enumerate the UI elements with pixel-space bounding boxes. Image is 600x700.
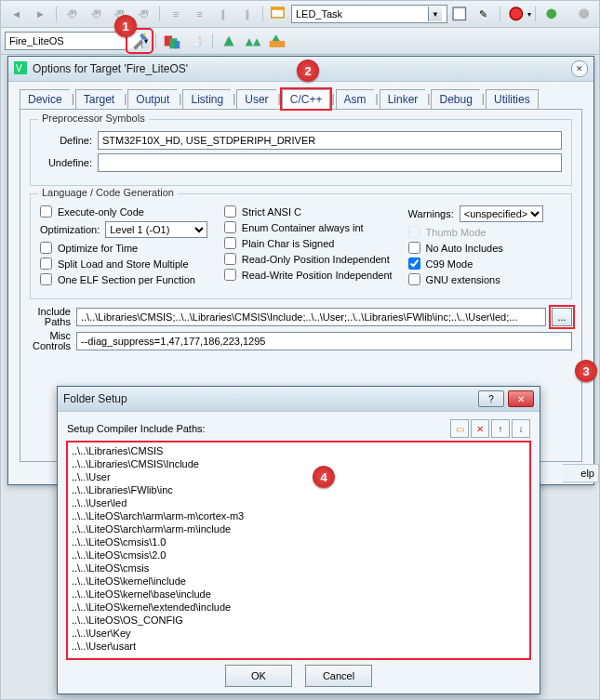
debug-step-icon[interactable] <box>448 4 471 24</box>
bookmark-clear-icon[interactable]: 🖑 <box>133 4 155 24</box>
help-button-fragment[interactable]: elp <box>563 464 599 482</box>
tab-output[interactable]: Output <box>127 89 178 109</box>
optimize-time-checkbox[interactable] <box>40 242 52 254</box>
include-paths-list[interactable]: ..\..\Libraries\CMSIS..\..\Libraries\CMS… <box>67 442 530 659</box>
file-manager-icon[interactable] <box>161 31 183 51</box>
folder-title: Folder Setup <box>63 392 473 405</box>
gnu-ext-label: GNU extensions <box>426 274 500 285</box>
tab-listing[interactable]: Listing <box>182 89 232 109</box>
bookmark-icon[interactable]: 🖑 <box>61 4 84 24</box>
indent-right-icon[interactable]: ≡ <box>189 4 211 24</box>
comment-icon[interactable]: ∥ <box>212 4 234 24</box>
bookmark-prev-icon[interactable]: 🖑 <box>86 4 108 24</box>
optimize-time-label: Optimize for Time <box>58 243 138 254</box>
svg-rect-1 <box>272 7 284 10</box>
indent-left-icon[interactable]: ≡ <box>165 4 187 24</box>
move-down-icon[interactable]: ↓ <box>512 419 530 438</box>
svg-rect-2 <box>453 7 465 20</box>
gray-dot-icon[interactable] <box>573 4 595 24</box>
path-item[interactable]: ..\..\LiteOS\kernel\base\include <box>72 588 526 601</box>
strict-ansi-checkbox[interactable] <box>224 205 236 218</box>
back-icon[interactable]: ◄ <box>6 4 28 24</box>
green-dot-icon[interactable] <box>540 4 563 24</box>
c99-checkbox[interactable] <box>408 258 420 270</box>
split-load-checkbox[interactable] <box>40 258 52 270</box>
toolbar-main: ◄ ► 🖑 🖑 🖑 🖑 ≡ ≡ ∥ ∥ ▼ ✎ ▾ <box>1 1 599 28</box>
path-item[interactable]: ..\..\LiteOS\cmsis <box>72 561 526 575</box>
path-item[interactable]: ..\..\User\usart <box>72 640 526 653</box>
undefine-input[interactable] <box>98 153 562 172</box>
svg-point-6 <box>143 33 146 36</box>
help-icon[interactable]: ? <box>478 390 504 407</box>
search-input[interactable] <box>292 7 428 21</box>
target-combo[interactable]: ▼ <box>5 32 127 50</box>
new-folder-icon[interactable]: ▭ <box>450 419 469 438</box>
chevron-down-icon[interactable]: ▼ <box>428 7 442 21</box>
undefine-label: Undefine: <box>40 157 92 168</box>
include-paths-label: Include Paths <box>30 307 71 327</box>
path-item[interactable]: ..\..\Libraries\CMSIS <box>72 444 526 457</box>
tab-c-cpp[interactable]: C/C++ <box>282 89 331 109</box>
cancel-button[interactable]: Cancel <box>305 665 372 687</box>
tab-utilities[interactable]: Utilities <box>486 89 539 109</box>
tab-device[interactable]: Device <box>20 89 71 109</box>
ro-pi-checkbox[interactable] <box>224 253 236 265</box>
move-up-icon[interactable]: ↑ <box>491 419 510 438</box>
gnu-ext-checkbox[interactable] <box>408 273 420 285</box>
rw-pi-checkbox[interactable] <box>224 269 236 281</box>
ok-button[interactable]: OK <box>225 665 292 687</box>
include-paths-browse-button[interactable]: ... <box>552 308 572 326</box>
find-icon[interactable] <box>268 4 290 24</box>
uncomment-icon[interactable]: ∥ <box>236 4 259 24</box>
path-item[interactable]: ..\..\LiteOS\arch\arm\arm-m\include <box>72 522 526 535</box>
path-item[interactable]: ..\..\LiteOS\arch\arm\arm-m\cortex-m3 <box>72 509 526 522</box>
analysis-dd-icon[interactable]: ▾ <box>527 10 531 19</box>
path-item[interactable]: ..\..\Libraries\FWlib\inc <box>72 483 526 496</box>
thumb-checkbox <box>408 226 420 238</box>
path-item[interactable]: ..\..\LiteOS\kernel\include <box>72 575 526 588</box>
folder-paths-label: Setup Compiler Include Paths: <box>67 423 448 434</box>
misc-controls-input[interactable] <box>76 332 572 350</box>
optimization-select[interactable]: Level 1 (-O1) <box>105 221 207 238</box>
close-icon[interactable]: ✕ <box>571 60 588 77</box>
path-item[interactable]: ..\..\User\Key <box>72 627 526 640</box>
plain-char-label: Plain Char is Signed <box>242 238 335 249</box>
path-item[interactable]: ..\..\LiteOS\OS_CONFIG <box>72 614 526 627</box>
path-item[interactable]: ..\..\LiteOS\cmsis\1.0 <box>72 535 526 548</box>
delete-icon[interactable]: ✕ <box>471 419 489 438</box>
no-auto-inc-checkbox[interactable] <box>408 242 420 254</box>
config-icon[interactable]: ✎ <box>473 4 495 24</box>
callout-3: 3 <box>575 360 597 382</box>
tab-debug[interactable]: Debug <box>431 89 480 109</box>
tab-asm[interactable]: Asm <box>336 89 375 109</box>
analysis-icon[interactable] <box>505 4 527 24</box>
path-item[interactable]: ..\..\LiteOS\kernel\extended\include <box>72 601 526 614</box>
build-target-icon[interactable] <box>218 31 240 51</box>
svg-point-3 <box>510 7 522 20</box>
define-input[interactable] <box>98 131 562 150</box>
include-paths-input[interactable] <box>76 308 546 326</box>
close-icon[interactable]: ✕ <box>508 390 534 407</box>
tab-linker[interactable]: Linker <box>380 89 427 109</box>
callout-4: 4 <box>313 466 335 488</box>
path-item[interactable]: ..\..\User\led <box>72 496 526 509</box>
no-auto-inc-label: No Auto Includes <box>426 243 503 254</box>
books-icon[interactable]: 📑 <box>185 31 207 51</box>
one-elf-checkbox[interactable] <box>40 273 52 285</box>
tab-target[interactable]: Target <box>75 89 123 109</box>
tab-user[interactable]: User <box>236 89 276 109</box>
execute-only-checkbox[interactable] <box>40 205 52 218</box>
batch-build-icon[interactable] <box>266 31 288 51</box>
svg-point-5 <box>579 9 589 20</box>
rw-pi-label: Read-Write Position Independent <box>242 270 393 281</box>
path-item[interactable]: ..\..\LiteOS\cmsis\2.0 <box>72 548 526 561</box>
forward-icon[interactable]: ► <box>30 4 52 24</box>
rebuild-icon[interactable] <box>242 31 264 51</box>
search-combo[interactable]: ▼ <box>291 5 447 23</box>
plain-char-checkbox[interactable] <box>224 237 236 249</box>
warnings-select[interactable]: <unspecified> <box>460 205 543 222</box>
define-label: Define: <box>40 135 92 146</box>
path-item[interactable]: ..\..\User <box>72 470 526 483</box>
path-item[interactable]: ..\..\Libraries\CMSIS\Include <box>72 457 526 470</box>
enum-int-checkbox[interactable] <box>224 221 236 233</box>
